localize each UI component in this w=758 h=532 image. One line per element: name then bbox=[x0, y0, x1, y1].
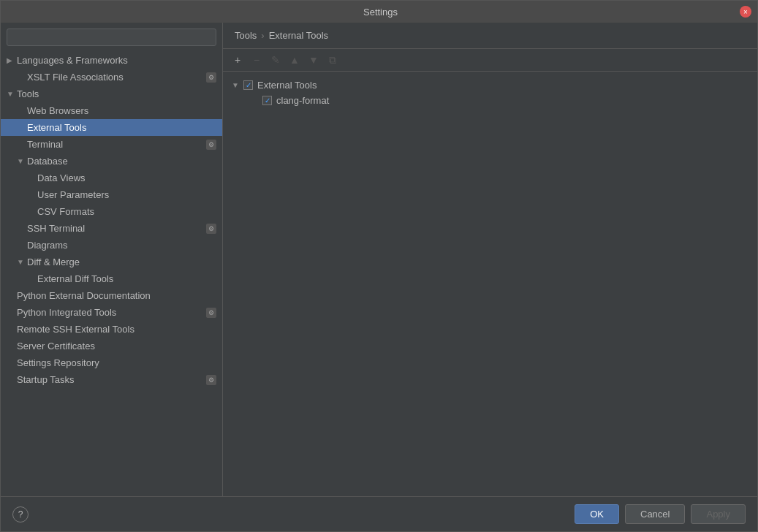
sidebar-item-server-certificates[interactable]: Server Certificates bbox=[1, 338, 222, 354]
settings-badge: ⚙ bbox=[206, 308, 216, 318]
search-input[interactable] bbox=[7, 28, 216, 46]
sidebar-item-startup-tasks[interactable]: Startup Tasks ⚙ bbox=[1, 371, 222, 388]
sidebar-item-label: Settings Repository bbox=[17, 357, 99, 368]
breadcrumb-current: External Tools bbox=[269, 30, 328, 41]
arrow-icon: ▶ bbox=[7, 56, 17, 64]
sidebar-item-csv-formats[interactable]: CSV Formats bbox=[1, 203, 222, 220]
sidebar-item-web-browsers[interactable]: Web Browsers bbox=[1, 102, 222, 119]
sidebar-item-label: Remote SSH External Tools bbox=[17, 324, 134, 335]
apply-button[interactable]: Apply bbox=[691, 504, 746, 524]
right-panel: Tools › External Tools + − ✎ ▲ ▼ ⧉ ▼ ✓ E… bbox=[223, 23, 757, 496]
sidebar-item-python-external-documentation[interactable]: Python External Documentation bbox=[1, 287, 222, 304]
sidebar-item-label: Startup Tasks bbox=[17, 374, 75, 385]
sidebar-item-label: Data Views bbox=[37, 172, 86, 183]
settings-badge: ⚙ bbox=[206, 375, 216, 385]
sidebar-item-python-integrated-tools[interactable]: Python Integrated Tools ⚙ bbox=[1, 304, 222, 321]
tree-item-clang-format[interactable]: ✓ clang-format bbox=[229, 93, 751, 108]
breadcrumb-separator: › bbox=[261, 30, 264, 41]
sidebar-item-ssh-terminal[interactable]: SSH Terminal ⚙ bbox=[1, 220, 222, 237]
move-up-button[interactable]: ▲ bbox=[286, 52, 303, 68]
edit-button[interactable]: ✎ bbox=[267, 52, 284, 68]
sidebar-item-label: Languages & Frameworks bbox=[17, 55, 128, 66]
settings-badge: ⚙ bbox=[206, 224, 216, 234]
sidebar-item-label: CSV Formats bbox=[37, 206, 94, 217]
sidebar-item-label: Diff & Merge bbox=[27, 256, 80, 267]
move-down-button[interactable]: ▼ bbox=[305, 52, 322, 68]
close-button[interactable]: × bbox=[740, 6, 751, 18]
sidebar-item-user-parameters[interactable]: User Parameters bbox=[1, 186, 222, 203]
sidebar-item-languages-frameworks[interactable]: ▶ Languages & Frameworks bbox=[1, 52, 222, 69]
breadcrumb-root: Tools bbox=[235, 30, 257, 41]
sidebar-item-label: Server Certificates bbox=[17, 341, 95, 352]
ok-button[interactable]: OK bbox=[575, 504, 619, 524]
help-button[interactable]: ? bbox=[12, 506, 29, 522]
sidebar-item-label: XSLT File Associations bbox=[27, 72, 124, 83]
sidebar-item-label: Database bbox=[27, 156, 68, 167]
settings-dialog: Settings × ▶ Languages & Frameworks XSLT… bbox=[0, 0, 758, 532]
sidebar-item-data-views[interactable]: Data Views bbox=[1, 170, 222, 186]
titlebar: Settings × bbox=[1, 1, 757, 23]
sidebar-item-xslt-file-associations[interactable]: XSLT File Associations ⚙ bbox=[1, 69, 222, 86]
sidebar-item-label: External Diff Tools bbox=[37, 273, 113, 284]
sidebar-item-database[interactable]: ▼ Database bbox=[1, 153, 222, 170]
sidebar-item-label: External Tools bbox=[27, 122, 86, 133]
breadcrumb: Tools › External Tools bbox=[223, 23, 757, 49]
tree-item-label: clang-format bbox=[276, 95, 329, 106]
clang-format-checkbox[interactable]: ✓ bbox=[262, 96, 272, 105]
add-button[interactable]: + bbox=[229, 52, 246, 68]
sidebar-item-tools[interactable]: ▼ Tools bbox=[1, 86, 222, 102]
remove-button[interactable]: − bbox=[248, 52, 265, 68]
sidebar-item-external-tools[interactable]: External Tools bbox=[1, 119, 222, 136]
cancel-button[interactable]: Cancel bbox=[625, 504, 685, 524]
sidebar-item-label: Terminal bbox=[27, 139, 63, 150]
content-area: ▼ ✓ External Tools ✓ clang-format bbox=[223, 72, 757, 496]
settings-badge: ⚙ bbox=[206, 140, 216, 150]
footer-buttons: OK Cancel Apply bbox=[575, 504, 746, 524]
sidebar-item-label: Tools bbox=[17, 88, 39, 99]
settings-badge: ⚙ bbox=[206, 72, 216, 83]
footer-left: ? bbox=[12, 506, 29, 522]
sidebar-item-diff-merge[interactable]: ▼ Diff & Merge bbox=[1, 254, 222, 270]
tree-root-external-tools[interactable]: ▼ ✓ External Tools bbox=[229, 77, 751, 93]
dialog-title: Settings bbox=[21, 7, 740, 18]
sidebar-item-terminal[interactable]: Terminal ⚙ bbox=[1, 136, 222, 153]
sidebar-item-remote-ssh-external-tools[interactable]: Remote SSH External Tools bbox=[1, 321, 222, 338]
main-content: ▶ Languages & Frameworks XSLT File Assoc… bbox=[1, 23, 757, 496]
sidebar-item-external-diff-tools[interactable]: External Diff Tools bbox=[1, 270, 222, 287]
footer: ? OK Cancel Apply bbox=[1, 496, 757, 531]
external-tools-checkbox[interactable]: ✓ bbox=[243, 80, 253, 90]
sidebar-item-label: Diagrams bbox=[27, 240, 68, 251]
sidebar-item-diagrams[interactable]: Diagrams bbox=[1, 237, 222, 254]
sidebar-item-settings-repository[interactable]: Settings Repository bbox=[1, 354, 222, 371]
toolbar: + − ✎ ▲ ▼ ⧉ bbox=[223, 49, 757, 72]
sidebar-tree: ▶ Languages & Frameworks XSLT File Assoc… bbox=[1, 52, 222, 496]
expand-arrow-icon: ▼ bbox=[232, 81, 243, 89]
sidebar-item-label: SSH Terminal bbox=[27, 223, 85, 234]
sidebar-item-label: Python External Documentation bbox=[17, 290, 151, 301]
sidebar-item-label: User Parameters bbox=[37, 189, 109, 200]
sidebar-item-label: Python Integrated Tools bbox=[17, 307, 116, 318]
sidebar: ▶ Languages & Frameworks XSLT File Assoc… bbox=[1, 23, 223, 496]
tree-root-label: External Tools bbox=[257, 80, 317, 91]
copy-button[interactable]: ⧉ bbox=[324, 52, 341, 68]
sidebar-item-label: Web Browsers bbox=[27, 105, 88, 116]
